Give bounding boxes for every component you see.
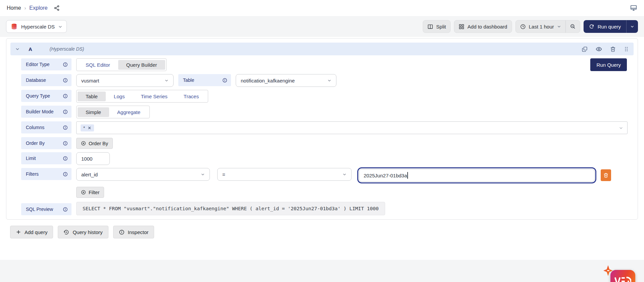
run-query-card-button[interactable]: Run Query xyxy=(590,58,627,71)
ved-logo[interactable] xyxy=(610,270,635,282)
breadcrumb-home[interactable]: Home xyxy=(7,5,21,11)
dashboard-grid-icon xyxy=(459,24,464,30)
add-order-by-button[interactable]: Order By xyxy=(76,138,113,149)
database-select[interactable]: vusmart xyxy=(76,74,174,87)
add-filter-button[interactable]: Filter xyxy=(76,187,104,198)
info-icon[interactable] xyxy=(63,172,68,177)
query-type-toggle: Table Logs Time Series Traces xyxy=(76,90,208,103)
chevron-down-icon xyxy=(342,172,347,176)
database-table-row: Database vusmart Table notification_kafk… xyxy=(10,74,634,87)
builder-mode-label: Builder Mode xyxy=(21,106,72,118)
time-zoom-out-button[interactable] xyxy=(565,20,580,33)
chevron-down-icon xyxy=(619,126,623,130)
drag-handle-icon[interactable] xyxy=(624,46,629,52)
history-icon xyxy=(63,229,69,235)
add-filter-row: Filter xyxy=(10,187,634,198)
clock-icon xyxy=(520,24,526,30)
collapse-chevron-icon[interactable] xyxy=(15,47,20,51)
info-icon[interactable] xyxy=(63,141,68,146)
query-type-logs[interactable]: Logs xyxy=(106,92,133,101)
editor-type-query-builder[interactable]: Query Builder xyxy=(118,60,165,70)
column-chip: * xyxy=(81,124,94,131)
limit-row: Limit xyxy=(10,152,634,165)
filter-operator-value: = xyxy=(222,172,225,177)
sql-preview-code: SELECT * FROM "vusmart"."notification_ka… xyxy=(76,202,385,215)
filter-value-input[interactable]: 2025Jun27-01bd3a xyxy=(359,169,595,182)
remove-filter-button[interactable] xyxy=(601,169,611,181)
run-query-options-button[interactable] xyxy=(626,20,638,33)
time-range-label: Last 1 hour xyxy=(529,24,554,30)
split-button[interactable]: Split xyxy=(423,20,451,33)
explore-toolbar: Hyperscale DS Split Add to dashboard Las… xyxy=(0,16,644,37)
info-icon[interactable] xyxy=(63,156,68,161)
inspector-button[interactable]: Inspector xyxy=(113,226,154,238)
sql-preview-row: SQL Preview SELECT * FROM "vusmart"."not… xyxy=(10,202,634,215)
refresh-icon xyxy=(589,24,594,29)
share-icon[interactable] xyxy=(54,5,60,11)
limit-label: Limit xyxy=(21,152,72,164)
info-icon[interactable] xyxy=(63,94,68,99)
order-by-row: Order By Order By xyxy=(10,137,634,149)
split-pane-icon xyxy=(427,24,433,30)
info-icon[interactable] xyxy=(63,125,68,130)
query-type-row: Query Type Table Logs Time Series Traces xyxy=(10,90,634,103)
add-query-button[interactable]: Add query xyxy=(10,226,53,238)
add-to-dashboard-button[interactable]: Add to dashboard xyxy=(454,20,512,33)
info-icon[interactable] xyxy=(63,78,68,83)
query-type-time-series[interactable]: Time Series xyxy=(133,92,175,101)
chevron-down-icon xyxy=(327,78,331,82)
editor-type-label: Editor Type xyxy=(21,58,72,70)
kiosk-monitor-icon[interactable] xyxy=(630,4,637,12)
columns-multiselect[interactable]: * xyxy=(76,121,628,134)
query-history-button[interactable]: Query history xyxy=(58,226,108,238)
database-label: Database xyxy=(21,74,72,86)
table-select[interactable]: notification_kafkaengine xyxy=(236,74,336,87)
add-order-by-label: Order By xyxy=(89,141,108,146)
toggle-visibility-eye-icon[interactable] xyxy=(596,46,602,52)
query-type-table[interactable]: Table xyxy=(78,92,106,101)
breadcrumb: Home › Explore xyxy=(7,5,60,11)
builder-mode-aggregate[interactable]: Aggregate xyxy=(109,107,148,117)
chevron-down-icon xyxy=(201,172,205,176)
circle-plus-icon xyxy=(81,141,86,146)
columns-label: Columns xyxy=(21,121,72,133)
breadcrumb-explore[interactable]: Explore xyxy=(29,5,47,11)
query-header: A (Hyperscale DS) xyxy=(10,43,634,55)
chevron-down-icon xyxy=(557,24,561,29)
query-ref-id[interactable]: A xyxy=(29,46,32,52)
remove-column-icon[interactable] xyxy=(88,126,91,130)
trash-icon xyxy=(603,173,608,178)
query-editor-card: A (Hyperscale DS) Editor Type xyxy=(6,38,638,220)
inspector-label: Inspector xyxy=(128,229,149,235)
query-type-traces[interactable]: Traces xyxy=(176,92,207,101)
builder-mode-simple[interactable]: Simple xyxy=(78,107,109,117)
text-cursor xyxy=(407,172,408,179)
time-range-picker[interactable]: Last 1 hour xyxy=(516,20,565,33)
editor-type-sql-editor[interactable]: SQL Editor xyxy=(78,60,118,70)
datasource-logo-icon xyxy=(10,23,18,30)
datasource-picker[interactable]: Hyperscale DS xyxy=(6,20,67,33)
time-picker-group: Last 1 hour xyxy=(515,20,580,33)
filter-value-text: 2025Jun27-01bd3a xyxy=(364,173,407,178)
chevron-down-icon xyxy=(58,24,62,29)
limit-input[interactable] xyxy=(76,152,110,165)
circle-plus-icon xyxy=(81,190,86,195)
chevron-down-icon xyxy=(630,24,634,29)
delete-query-trash-icon[interactable] xyxy=(610,46,616,52)
editor-type-toggle: SQL Editor Query Builder xyxy=(76,58,167,71)
filter-field-value: alert_id xyxy=(81,172,98,177)
builder-mode-toggle: Simple Aggregate xyxy=(76,106,150,118)
filter-field-select[interactable]: alert_id xyxy=(76,168,210,181)
duplicate-query-icon[interactable] xyxy=(582,46,588,52)
run-query-button[interactable]: Run query xyxy=(584,20,626,33)
filter-operator-select[interactable]: = xyxy=(217,168,352,181)
info-icon[interactable] xyxy=(63,109,68,114)
run-query-split-button: Run query xyxy=(584,20,638,33)
info-icon[interactable] xyxy=(222,78,227,83)
run-query-label: Run query xyxy=(598,24,621,30)
info-icon[interactable] xyxy=(63,62,68,67)
sql-preview-label: SQL Preview xyxy=(21,203,72,215)
explore-content: A (Hyperscale DS) Editor Type xyxy=(0,37,644,260)
builder-mode-row: Builder Mode Simple Aggregate xyxy=(10,106,634,118)
info-icon[interactable] xyxy=(63,207,68,212)
